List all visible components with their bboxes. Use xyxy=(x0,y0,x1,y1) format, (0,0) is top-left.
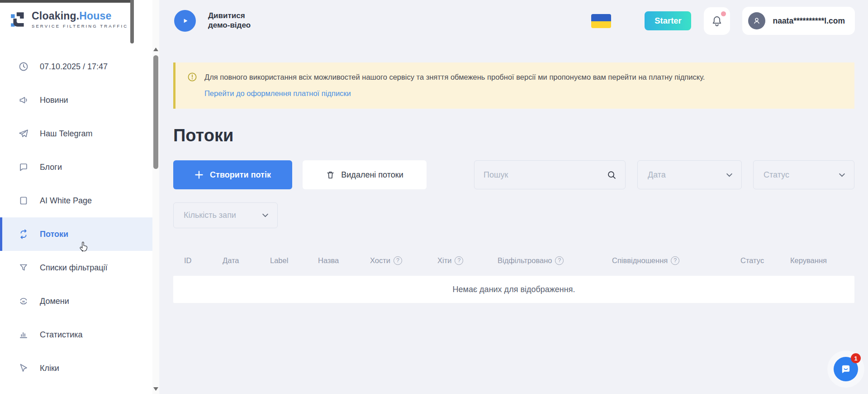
chat-widget-button[interactable]: 1 xyxy=(834,357,858,381)
sidebar-item-label: Потоки xyxy=(40,230,68,239)
brand-name: Cloaking. xyxy=(32,10,79,22)
sidebar-scrollbar[interactable] xyxy=(152,0,159,394)
chat-bubble-icon xyxy=(18,162,29,173)
help-icon[interactable]: ? xyxy=(671,256,679,265)
column-header-ratio: Співвідношення? xyxy=(612,256,740,265)
column-header-name: Назва xyxy=(318,256,370,265)
sidebar-item-ai-white-page[interactable]: AI White Page xyxy=(0,184,152,217)
trial-warning-banner: Для повного використання всіх можливосте… xyxy=(173,62,854,109)
sidebar-item-statistics[interactable]: Статистика xyxy=(0,318,152,351)
content: Для повного використання всіх можливосте… xyxy=(159,62,868,303)
window-top-edge xyxy=(0,0,134,3)
chevron-down-icon xyxy=(838,171,846,179)
date-filter-select[interactable]: Дата xyxy=(637,160,742,189)
sidebar-item-label: Новини xyxy=(40,96,68,105)
status-filter-value: Статус xyxy=(764,170,789,180)
scroll-down-arrow-icon[interactable] xyxy=(152,386,159,392)
chevron-down-icon xyxy=(261,211,269,219)
sidebar-item-label: Блоги xyxy=(40,163,62,172)
bar-chart-icon xyxy=(18,329,29,340)
sidebar-item-clicks[interactable]: Кліки xyxy=(0,351,152,385)
date-filter-value: Дата xyxy=(648,170,666,180)
sidebar-item-flows[interactable]: Потоки xyxy=(0,217,152,251)
user-menu[interactable]: naata**********l.com xyxy=(742,7,855,35)
sidebar-item-datetime[interactable]: 07.10.2025 / 17:47 xyxy=(0,50,152,83)
column-header-label: Label xyxy=(270,256,318,265)
brand-name-accent: House xyxy=(79,10,111,22)
scroll-up-arrow-icon[interactable] xyxy=(152,46,159,53)
chevron-down-icon xyxy=(726,171,733,179)
header-scrollbar-thumb[interactable] xyxy=(130,0,134,43)
column-header-id: ID xyxy=(184,256,223,265)
per-page-value: Кількість запи xyxy=(184,211,236,220)
svg-text:w: w xyxy=(22,299,25,303)
sidebar-item-filter-lists[interactable]: Списки фільтрації xyxy=(0,251,152,284)
column-header-hits: Хіти? xyxy=(437,256,498,265)
banner-text: Для повного використання всіх можливосте… xyxy=(204,72,705,82)
megaphone-icon xyxy=(18,95,29,106)
sidebar-item-telegram[interactable]: Наш Telegram xyxy=(0,117,152,150)
brand-logo[interactable]: Cloaking.House SERVICE FILTERING TRAFFIC xyxy=(9,10,128,29)
topbar-right: Starter naata**********l.com xyxy=(591,7,855,35)
notifications-button[interactable] xyxy=(704,7,730,35)
avatar xyxy=(748,12,765,29)
bell-icon xyxy=(711,14,723,27)
empty-state-text: Немає даних для відображення. xyxy=(453,285,575,294)
language-flag-ua[interactable] xyxy=(591,14,611,28)
upgrade-subscription-link[interactable]: Перейти до оформлення платної підписки xyxy=(204,89,351,98)
clock-icon xyxy=(18,61,29,72)
sidebar-item-news[interactable]: Новини xyxy=(0,83,152,117)
demo-video-label[interactable]: Дивитися демо-відео xyxy=(208,11,268,30)
column-header-hosts: Хости? xyxy=(370,256,437,265)
repeat-icon xyxy=(18,229,29,240)
topbar: Дивитися демо-відео Starter xyxy=(159,0,868,42)
main-area: Дивитися демо-відео Starter xyxy=(159,0,868,394)
create-flow-button[interactable]: Створити потік xyxy=(173,160,292,189)
column-header-status: Статус xyxy=(740,256,790,265)
flag-yellow-stripe xyxy=(591,21,611,28)
funnel-icon xyxy=(18,262,29,273)
toolbar: Створити потік Видалені потоки Дата Стат… xyxy=(173,160,854,189)
cursor-icon xyxy=(18,363,29,374)
sidebar-item-label: AI White Page xyxy=(40,196,92,206)
search-icon[interactable] xyxy=(607,170,617,180)
sidebar: Cloaking.House SERVICE FILTERING TRAFFIC… xyxy=(0,0,152,394)
brand-logo-icon xyxy=(9,10,28,29)
page-icon xyxy=(18,195,29,206)
sidebar-item-label: Списки фільтрації xyxy=(40,263,108,273)
domains-icon: w xyxy=(18,296,29,307)
warning-icon xyxy=(187,72,197,82)
help-icon[interactable]: ? xyxy=(455,256,463,265)
sidebar-nav: 07.10.2025 / 17:47 Новини Наш Telegram Б… xyxy=(0,50,152,385)
trash-icon xyxy=(326,170,335,180)
sidebar-item-label: Домени xyxy=(40,297,69,306)
notification-dot xyxy=(721,11,726,16)
play-demo-button[interactable] xyxy=(174,10,196,32)
plus-icon xyxy=(194,170,204,179)
page-title: Потоки xyxy=(173,126,854,145)
help-icon[interactable]: ? xyxy=(555,256,564,265)
sidebar-item-blogs[interactable]: Блоги xyxy=(0,150,152,184)
user-email: naata**********l.com xyxy=(773,16,845,26)
sidebar-item-label: 07.10.2025 / 17:47 xyxy=(40,62,108,72)
play-icon xyxy=(180,16,190,26)
plan-badge[interactable]: Starter xyxy=(645,11,691,30)
mouse-hand-cursor xyxy=(78,239,90,252)
help-icon[interactable]: ? xyxy=(394,256,402,265)
deleted-flows-button[interactable]: Видалені потоки xyxy=(303,160,427,189)
search-box xyxy=(474,160,626,189)
brand-tagline: SERVICE FILTERING TRAFFIC xyxy=(32,24,128,29)
per-page-select[interactable]: Кількість запи xyxy=(173,202,278,228)
app: Cloaking.House SERVICE FILTERING TRAFFIC… xyxy=(0,0,868,394)
status-filter-select[interactable]: Статус xyxy=(753,160,854,189)
sidebar-item-domains[interactable]: w Домени xyxy=(0,284,152,318)
column-header-date: Дата xyxy=(223,256,270,265)
table-header: ID Дата Label Назва Хости? Хіти? Відфіль… xyxy=(173,251,854,270)
person-icon xyxy=(752,16,762,26)
scrollbar-thumb[interactable] xyxy=(153,55,158,169)
search-input[interactable] xyxy=(484,170,607,180)
column-header-filtered: Відфільтровано? xyxy=(498,256,612,265)
deleted-flows-label: Видалені потоки xyxy=(341,170,403,180)
chat-widget-icon xyxy=(840,363,852,375)
sidebar-item-label: Наш Telegram xyxy=(40,129,92,139)
